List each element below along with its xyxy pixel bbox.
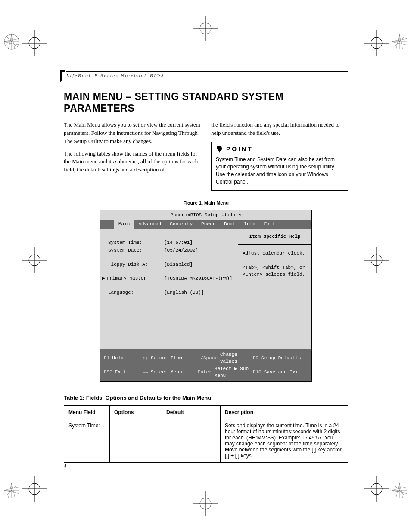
svg-line-47 [4, 487, 19, 490]
th-menu-field: Menu Field [64, 405, 110, 419]
svg-point-6 [29, 483, 40, 495]
th-options: Options [110, 405, 162, 419]
point-icon [216, 145, 224, 153]
svg-line-35 [394, 37, 405, 47]
svg-line-55 [392, 487, 407, 490]
cell-description: Sets and displays the current time. Time… [221, 419, 348, 462]
table-row: System Time: —— —— Sets and displays the… [64, 419, 348, 462]
submenu-icon: ▶ [102, 275, 105, 282]
bios-tab-info: Info [240, 220, 259, 229]
svg-line-28 [6, 37, 17, 47]
svg-line-46 [12, 483, 15, 498]
bios-tab-power: Power [197, 220, 220, 229]
svg-point-18 [29, 255, 40, 266]
svg-line-52 [394, 485, 405, 496]
bios-tab-exit: Exit [260, 220, 280, 229]
cell-default: —— [162, 419, 221, 462]
fields-table: Menu Field Options Default Description S… [64, 405, 348, 463]
svg-line-31 [4, 38, 19, 42]
bios-help-title: Item Specific Help [238, 229, 311, 245]
svg-point-3 [371, 37, 382, 49]
bios-tabs: Main Advanced Security Power Boot Info E… [100, 220, 311, 229]
svg-line-53 [396, 483, 399, 498]
svg-line-37 [396, 34, 399, 49]
bios-tab-boot: Boot [220, 220, 240, 229]
bios-tab-security: Security [165, 220, 197, 229]
bios-tab-main: Main [114, 220, 134, 229]
svg-line-45 [8, 483, 12, 498]
svg-line-38 [399, 34, 403, 49]
bios-title: PhoenixBIOS Setup Utility [100, 210, 311, 220]
svg-line-56 [392, 490, 407, 494]
th-description: Description [221, 405, 348, 419]
svg-point-9 [371, 483, 382, 495]
table-caption: Table 1: Fields, Options and Defaults fo… [64, 395, 348, 401]
primary-master-value: [TOSHIBA MK2016GAP-(PM)] [164, 275, 232, 282]
bios-help-line1: Adjust calendar clock. [243, 250, 307, 257]
th-default: Default [162, 405, 221, 419]
floppy-label: Floppy Disk A: [108, 261, 164, 268]
right-column: the field's function and any special inf… [211, 121, 348, 191]
language-value: [English (US)] [164, 289, 204, 296]
svg-point-24 [4, 34, 19, 49]
svg-line-30 [12, 34, 15, 49]
intro-para-1: The Main Menu allows you to set or view … [64, 121, 201, 146]
svg-line-39 [392, 38, 407, 42]
svg-line-40 [392, 42, 407, 45]
bios-help-pane: Item Specific Help Adjust calendar clock… [238, 229, 311, 349]
header-marker-icon [60, 70, 65, 82]
svg-line-44 [6, 485, 17, 496]
intro-para-3: the field's function and any special inf… [211, 121, 348, 137]
point-body: System Time and System Date can also be … [216, 156, 343, 186]
svg-line-54 [399, 483, 403, 498]
svg-point-21 [371, 255, 382, 266]
bios-screenshot: PhoenixBIOS Setup Utility Main Advanced … [100, 210, 312, 382]
svg-line-27 [6, 37, 17, 47]
table-header-row: Menu Field Options Default Description [64, 405, 348, 419]
floppy-value: [Disabled] [164, 261, 193, 268]
left-column: The Main Menu allows you to set or view … [64, 121, 201, 191]
page-title: MAIN MENU – SETTING STANDARD SYSTEM PARA… [64, 91, 348, 114]
svg-line-36 [394, 37, 405, 47]
page-content: LifeBook B Series Notebook BIOS MAIN MEN… [64, 71, 348, 463]
system-date-value: [05/24/2002] [164, 247, 198, 254]
bios-fields: System Time:[14:57:01] System Date:[05/2… [100, 229, 238, 349]
svg-line-29 [8, 34, 12, 49]
cell-options: —— [110, 419, 162, 462]
system-time-label: System Time: [108, 239, 164, 246]
point-box: POINT System Time and System Date can al… [211, 142, 348, 191]
system-date-label: System Date: [108, 247, 164, 254]
intro-para-2: The following tables show the names of t… [64, 150, 201, 174]
bios-footer: F1Help ↑↓Select Item -/SpaceChange Value… [100, 349, 311, 381]
language-label: Language: [108, 289, 164, 296]
system-time-value: [14:57:01] [164, 239, 193, 246]
bios-tab-advanced: Advanced [134, 220, 165, 229]
point-label: POINT [226, 145, 253, 153]
svg-line-48 [4, 490, 19, 494]
svg-point-12 [200, 23, 211, 34]
svg-line-51 [394, 485, 405, 496]
bios-help-line2: <Tab>, <Shift-Tab>, or <Enter> selects f… [243, 264, 307, 278]
svg-point-15 [200, 498, 211, 509]
running-head: LifeBook B Series Notebook BIOS [66, 73, 348, 78]
page-number: 4 [64, 463, 66, 470]
svg-line-43 [6, 485, 17, 496]
cell-field: System Time: [64, 419, 110, 462]
primary-master-label: ▶Primary Master [108, 275, 164, 282]
svg-line-32 [4, 42, 19, 45]
svg-point-0 [29, 37, 40, 49]
figure-caption: Figure 1. Main Menu [64, 200, 348, 205]
